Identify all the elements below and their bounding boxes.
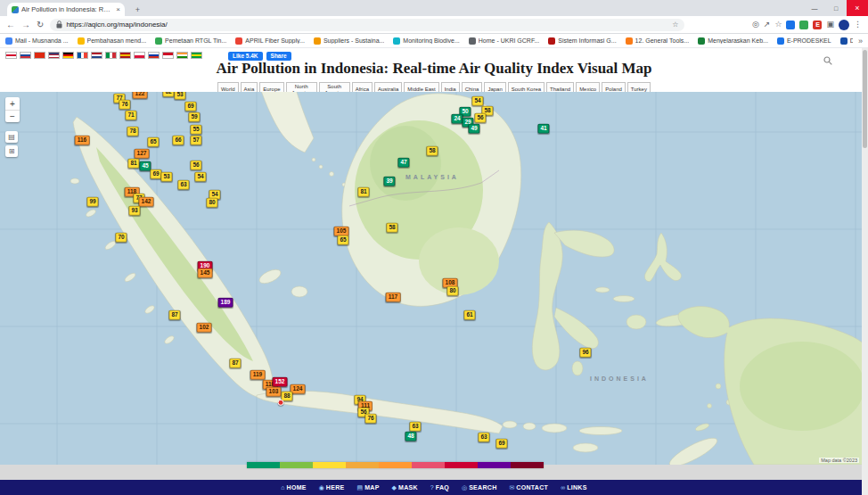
aqi-marker[interactable]: 88 [281, 392, 292, 401]
flag-south-korea-icon[interactable] [20, 52, 31, 59]
address-bar[interactable]: https://aqicn.org/map/indonesia/ ☆ [50, 19, 684, 31]
bookmark-item[interactable]: APRIL Fiber Supply... [235, 37, 305, 45]
bookmark-star-icon[interactable]: ☆ [774, 21, 782, 29]
forward-button[interactable]: → [21, 21, 30, 29]
aqi-marker[interactable]: 117 [386, 293, 401, 302]
aqi-marker[interactable]: 69 [495, 439, 507, 449]
aqi-marker[interactable]: 59 [188, 112, 200, 122]
aqi-marker[interactable]: 152 [273, 377, 288, 387]
aqi-marker[interactable]: 87 [229, 359, 241, 368]
footer-link-faq[interactable]: ?FAQ [430, 484, 449, 491]
flag-china-icon[interactable] [34, 52, 45, 59]
flag-italy-icon[interactable] [105, 52, 117, 59]
flag-india-icon[interactable] [176, 52, 188, 59]
translate-extension-icon[interactable] [786, 21, 795, 29]
flag-spain-icon[interactable] [119, 52, 131, 59]
footer-link-search[interactable]: ◎SEARCH [462, 484, 496, 491]
aqi-marker[interactable]: 58 [386, 223, 397, 233]
flag-netherlands-icon[interactable] [91, 52, 102, 59]
aqi-marker[interactable]: 56 [474, 113, 486, 123]
aqi-marker[interactable]: 49 [468, 124, 479, 134]
aqi-marker[interactable]: 65 [147, 137, 159, 147]
aqi-marker[interactable]: 58 [426, 146, 438, 156]
bookmark-item[interactable]: E-PRODESKEL [777, 37, 831, 45]
aqi-marker[interactable]: 81 [357, 187, 369, 197]
bookmark-page-star-icon[interactable]: ☆ [672, 21, 678, 29]
aqi-marker[interactable]: 80 [446, 286, 458, 296]
bookmark-item[interactable]: Pembahasan mend... [78, 37, 147, 45]
aqi-marker[interactable]: 78 [127, 127, 138, 136]
back-button[interactable]: ← [6, 21, 15, 29]
bookmark-item[interactable]: Pemetaan RTGL Tin... [155, 37, 226, 45]
page-scrollbar[interactable] [862, 48, 868, 495]
aqi-marker[interactable]: 54 [471, 96, 483, 106]
share-icon[interactable]: ↗ [764, 21, 771, 29]
aqi-marker[interactable]: 81 [127, 159, 139, 169]
aqi-marker[interactable]: 66 [172, 136, 184, 145]
browser-tab[interactable]: Air Pollution in Indonesia: Real-ti × [7, 3, 125, 16]
aqi-marker[interactable]: 99 [86, 197, 98, 207]
aqi-marker[interactable]: 62 [162, 92, 174, 96]
flag-germany-icon[interactable] [62, 52, 74, 59]
bookmark-item[interactable]: Sistem Informasi G... [548, 37, 616, 45]
aqi-marker[interactable]: 48 [405, 432, 416, 441]
tab-close-icon[interactable]: × [116, 6, 120, 13]
aqi-marker[interactable]: 119 [250, 370, 266, 380]
bookmark-item[interactable]: 12. General Tools... [626, 37, 690, 45]
station-dot-marker[interactable] [278, 400, 284, 406]
aqi-marker[interactable]: 56 [190, 161, 201, 170]
aqi-marker[interactable]: 145 [198, 268, 213, 278]
zoom-out-button[interactable]: − [5, 110, 20, 122]
flag-brazil-icon[interactable] [191, 52, 202, 59]
aqi-marker[interactable]: 103 [266, 387, 282, 397]
aqi-marker[interactable]: 70 [115, 233, 127, 243]
bookmark-item[interactable]: Suppliers - Sustaina... [314, 37, 384, 45]
aqi-marker[interactable]: 71 [125, 111, 136, 120]
bookmarks-overflow-icon[interactable]: » [858, 37, 863, 45]
aqi-marker[interactable]: 55 [190, 125, 201, 135]
footer-link-here[interactable]: ◉HERE [319, 484, 345, 491]
aqi-marker[interactable]: 76 [119, 100, 130, 110]
minimize-button[interactable]: — [804, 0, 825, 16]
layers-icon[interactable]: ▤ [5, 131, 18, 143]
aqi-marker[interactable]: 45 [139, 161, 151, 171]
zoom-in-button[interactable]: + [5, 97, 20, 110]
aqi-marker[interactable]: 39 [383, 177, 395, 186]
aqi-marker[interactable]: 47 [397, 158, 409, 168]
docs-extension-icon[interactable] [799, 21, 808, 29]
flag-russia-icon[interactable] [148, 52, 160, 59]
footer-link-links[interactable]: ∞LINKS [561, 484, 587, 491]
aqi-marker[interactable]: 54 [194, 172, 206, 182]
aqi-marker[interactable]: 116 [75, 136, 90, 145]
bookmark-item[interactable]: Mail - Musnanda ... [5, 37, 69, 45]
fullscreen-icon[interactable]: ⊞ [5, 145, 18, 157]
aqi-marker[interactable]: 53 [160, 172, 172, 182]
bookmark-item[interactable]: Monitoring Biodive... [393, 37, 459, 45]
footer-link-home[interactable]: ⌂HOME [281, 484, 306, 491]
flag-usa-icon[interactable] [48, 52, 60, 59]
aqi-marker[interactable]: 80 [206, 198, 217, 208]
footer-link-mask[interactable]: ◆MASK [392, 484, 418, 491]
bookmark-item[interactable]: Home - UKRI GCRF... [469, 37, 539, 45]
aqi-marker[interactable]: 127 [135, 149, 150, 159]
flag-poland-icon[interactable] [134, 52, 145, 59]
aqi-marker[interactable]: 63 [478, 433, 489, 442]
flag-indonesia-icon[interactable] [162, 52, 174, 59]
profile-avatar[interactable] [839, 20, 849, 30]
footer-link-contact[interactable]: ✉CONTACT [509, 484, 548, 491]
aqi-marker[interactable]: 63 [177, 180, 189, 190]
aqi-marker[interactable]: 57 [190, 136, 201, 145]
aqi-marker[interactable]: 61 [463, 310, 475, 320]
aqi-marker[interactable]: 122 [133, 92, 148, 98]
aqi-marker[interactable]: 96 [579, 348, 591, 358]
aqi-map[interactable]: + − ▤ ⊞ 77122625376716959781166566555712… [0, 92, 868, 465]
new-tab-button[interactable]: + [132, 4, 143, 15]
aqi-marker[interactable]: 189 [218, 298, 233, 308]
aqi-marker[interactable]: 105 [334, 227, 349, 236]
aqi-marker[interactable]: 93 [128, 206, 140, 216]
eprodeskel-extension-icon[interactable]: E [813, 21, 822, 29]
aqi-marker[interactable]: 76 [364, 414, 376, 424]
maximize-button[interactable]: □ [825, 0, 847, 16]
aqi-marker[interactable]: 142 [139, 197, 154, 207]
bookmark-item[interactable]: Devjobs Indonesia ... [840, 37, 853, 45]
